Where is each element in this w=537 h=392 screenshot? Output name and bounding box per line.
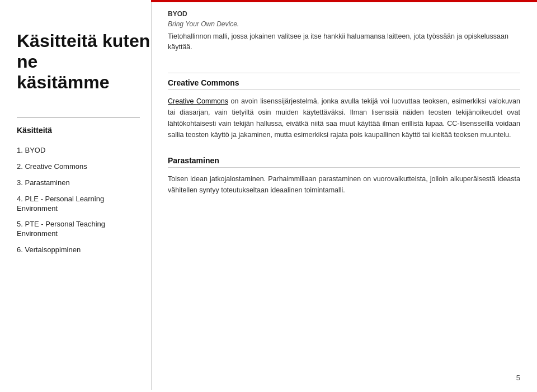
page-number: 5 <box>516 374 520 382</box>
cc-link[interactable]: Creative Commons <box>168 97 228 105</box>
nav-number: 5. <box>17 220 25 228</box>
list-item: 3. Parastaminen <box>17 175 145 191</box>
nav-label: Parastaminen <box>25 178 69 187</box>
nav-label: PLE - Personal Learning Environment <box>17 195 104 212</box>
parastaminen-section: Parastaminen Toisen idean jatkojalostami… <box>168 156 520 196</box>
byod-text: Tietohallinnon malli, jossa jokainen val… <box>168 31 520 53</box>
nav-label: Vertaisoppiminen <box>25 245 81 254</box>
nav-label: Creative Commons <box>25 162 87 171</box>
cc-text: Creative Commons on avoin lisenssijärjes… <box>168 96 520 140</box>
main-title: Käsitteitä kuten ne käsitämme <box>17 31 151 92</box>
nav-label: PTE - Personal Teaching Environment <box>17 220 105 238</box>
list-item: 5. PTE - Personal Teaching Environment <box>17 216 145 242</box>
byod-label: BYOD <box>168 10 520 18</box>
nav-number: 2. <box>17 162 25 171</box>
horiz-divider-right <box>168 73 520 73</box>
page-title: Käsitteitä kuten ne käsitämme <box>17 31 151 92</box>
byod-section: BYOD Bring Your Own Device. Tietohallinn… <box>168 10 520 53</box>
left-column: Käsitteitä kuten ne käsitämme Käsitteitä… <box>0 0 151 392</box>
nav-heading: Käsitteitä <box>17 126 52 135</box>
nav-label: BYOD <box>25 146 45 154</box>
cc-title: Creative Commons <box>168 78 520 90</box>
left-divider <box>17 117 140 118</box>
nav-list: 1. BYOD 2. Creative Commons 3. Parastami… <box>17 143 145 258</box>
list-item: 2. Creative Commons <box>17 159 145 175</box>
nav-number: 1. <box>17 146 25 154</box>
byod-subtitle: Bring Your Own Device. <box>168 20 520 28</box>
list-item: 4. PLE - Personal Learning Environment <box>17 191 145 217</box>
vertical-divider <box>151 2 152 390</box>
nav-number: 6. <box>17 245 25 254</box>
creative-commons-section: Creative Commons Creative Commons on avo… <box>168 78 520 140</box>
right-red-bar <box>151 0 537 2</box>
nav-number: 4. <box>17 195 25 203</box>
para-title: Parastaminen <box>168 156 520 168</box>
content-lower: Creative Commons Creative Commons on avo… <box>168 78 520 375</box>
nav-number: 3. <box>17 178 25 187</box>
list-item: 6. Vertaisoppiminen <box>17 242 145 258</box>
para-text: Toisen idean jatkojalostaminen. Parhaimm… <box>168 173 520 196</box>
list-item: 1. BYOD <box>17 143 145 159</box>
